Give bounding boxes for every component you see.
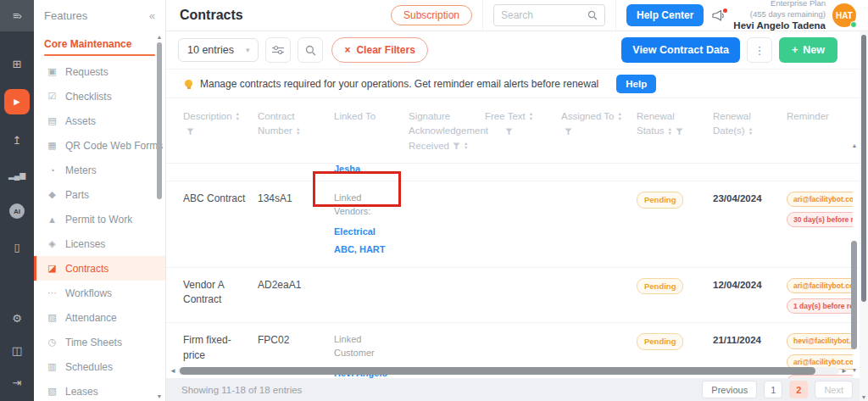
pagination-previous-button[interactable]: Previous [702,381,757,398]
sort-icon[interactable]: ▲▼ [617,112,621,121]
table-row[interactable]: ABC Contract 134sA1 Linked Vendors: Elec… [166,181,868,268]
filter-icon[interactable] [676,128,683,136]
sidebar-item-time-sheets[interactable]: ◷ Time Sheets [34,330,165,354]
logout-icon[interactable]: ⇥ [7,372,27,393]
cell-contract-number: AD2eaA1 [251,278,327,315]
sort-icon[interactable]: ▲▼ [529,112,533,121]
sidebar-item-parts[interactable]: ◆ Parts [34,182,165,207]
hscroll-track[interactable] [178,367,839,375]
filter-icon[interactable] [505,128,513,136]
settings-gear-icon[interactable]: ⚙ [7,308,27,328]
collapse-sidebar-icon[interactable]: « [149,9,155,22]
table-vertical-scrollbar[interactable]: ▲ ▼ [851,142,858,373]
pagination-page-2-button[interactable]: 2 [789,381,808,398]
sidebar-item-label: Leases [65,386,98,398]
scroll-down-icon[interactable]: ▼ [851,367,858,373]
reminder-email-pill: hevi@facilitybot.co [787,333,853,348]
filter-icon[interactable] [186,128,194,136]
new-button-label: New [803,44,825,56]
sidebar-item-permit-to-work[interactable]: ▲ Permit to Work [34,207,165,231]
sidebar-item-workflows[interactable]: ⋯ Workflows [34,281,165,305]
subscription-button[interactable]: Subscription [391,5,472,25]
linked-to-link[interactable]: Jesha [327,164,402,181]
tip-banner: Manage contracts required for your opera… [166,70,868,98]
sidebar-scrollbar[interactable]: ▲ ▼ [156,34,163,399]
column-settings-button[interactable] [265,37,291,63]
search-input[interactable] [501,9,587,21]
features-sidebar-title: Features [44,9,87,22]
entries-per-page-select[interactable]: 10 entries ▾ [178,38,259,62]
cell-renewal-date: 12/04/2024 [706,278,780,315]
clear-filters-button[interactable]: × Clear Filters [331,37,427,63]
sort-icon[interactable]: ▲▼ [464,142,468,151]
scroll-up-icon[interactable]: ▲ [156,34,163,40]
cell-signature [402,192,478,259]
column-header-renewal-dates[interactable]: Renewal Date(s)▲▼ [706,109,780,153]
banner-help-button[interactable]: Help [616,75,656,93]
search-box[interactable] [493,4,605,26]
sort-icon[interactable]: ▲▼ [236,112,240,121]
reports-clipboard-icon[interactable]: ▯ [7,237,27,257]
table-row[interactable]: Vendor A Contract AD2eaA1 Pending 12/04/… [166,268,868,324]
pagination-page-1-button[interactable]: 1 [764,381,782,398]
sidebar-item-leases[interactable]: ▧ Leases [34,379,165,401]
analytics-chart-icon[interactable]: ▂▄▆ [7,165,27,186]
column-header-description[interactable]: Description▲▼ [176,109,251,153]
hscroll-thumb[interactable] [180,367,815,375]
sidebar-item-meters[interactable]: ◔ Meters [34,158,165,182]
announcements-megaphone-icon[interactable] [712,10,725,21]
page-vertical-scrollbar[interactable]: ▼ [860,31,868,401]
sidebar-toggle-icon[interactable]: ≡› [0,0,34,31]
sort-icon[interactable]: ▲▼ [748,127,753,136]
sidebar-item-contracts[interactable]: ◪ Contracts [34,256,165,281]
table-search-button[interactable] [298,37,323,63]
more-options-button[interactable]: ⋮ [747,37,772,63]
sidebar-item-schedules[interactable]: ▥ Schedules [34,354,165,379]
sidebar-item-checklists[interactable]: ☑ Checklists [34,84,165,109]
ai-assistant-icon[interactable]: AI [7,201,27,221]
help-center-button[interactable]: Help Center [626,4,704,26]
filter-icon[interactable] [453,142,460,150]
filter-icon[interactable] [565,128,572,136]
column-header-assigned-to[interactable]: Assigned To▲▼ [554,109,630,153]
view-contract-data-button[interactable]: View Contract Data [621,37,740,63]
scroll-down-icon[interactable]: ▼ [156,393,163,399]
cell-description: ABC Contract [176,192,251,259]
sidebar-item-requests[interactable]: ▣ Requests [34,59,165,84]
scroll-up-icon[interactable]: ▲ [851,142,858,148]
sidebar-item-attendance[interactable]: ▨ Attendance [34,305,165,330]
scroll-left-icon[interactable]: ◄ [170,367,178,375]
scroll-down-icon[interactable]: ▼ [860,394,868,400]
scroll-right-icon[interactable]: ► [839,367,848,375]
avatar[interactable]: HAT [832,3,856,27]
sidebar-item-qr-code-web-forms[interactable]: ▦ QR Code Web Forms [34,133,165,158]
column-header-contract-number[interactable]: Contract Number▲▼ [251,109,327,153]
new-contract-button[interactable]: + New [779,37,837,63]
table-vscroll-thumb[interactable] [851,241,857,349]
features-rocket-icon[interactable]: ► [4,89,30,114]
page-vscroll-thumb[interactable] [861,35,866,302]
integrations-cube-icon[interactable]: ◫ [7,340,27,360]
column-header-reminder[interactable]: Reminder [780,109,853,153]
linked-vendors-link[interactable]: Electrical ABC, HART [334,226,386,254]
sort-icon[interactable]: ▲▼ [296,127,300,136]
table-horizontal-scrollbar[interactable]: ◄ ► [170,365,848,376]
dashboard-icon[interactable]: ⊞ [7,53,27,74]
pagination-next-button[interactable]: Next [815,381,853,398]
column-header-signature-acknowledgement[interactable]: Signature Acknowledgement Received▲▼ [402,109,478,153]
column-header-renewal-status[interactable]: Renewal Status▲▼ [630,109,706,153]
ranking-icon[interactable]: ↥ [7,130,27,150]
sidebar-scrollbar-thumb[interactable] [157,42,162,199]
column-header-free-text[interactable]: Free Text▲▼ [478,109,554,153]
sort-icon[interactable]: ▲▼ [668,127,672,136]
sidebar-item-licenses[interactable]: ◈ Licenses [34,231,165,256]
status-badge: Pending [637,192,683,209]
sidebar-item-assets[interactable]: ▤ Assets [34,109,165,133]
column-label: Description [183,111,232,121]
sidebar-item-label: Assets [65,115,96,127]
table-row-partial[interactable]: Jesha [166,164,868,181]
search-icon[interactable] [587,10,598,20]
column-header-linked-to[interactable]: Linked To [327,109,402,153]
header-divider [482,0,483,31]
sidebar-section-core-maintenance[interactable]: Core Maintenance [34,31,165,54]
